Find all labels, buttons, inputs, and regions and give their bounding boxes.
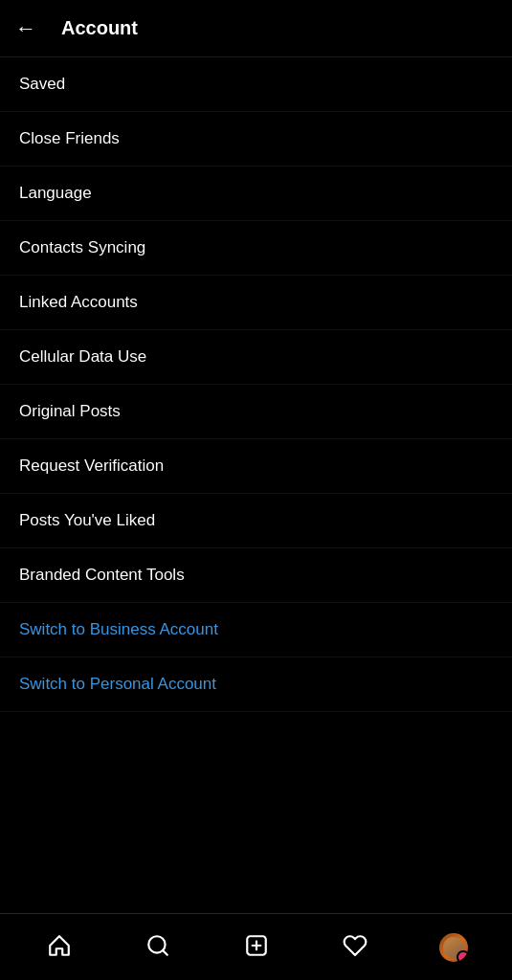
nav-search[interactable] [134, 924, 182, 971]
page-title: Account [61, 17, 138, 39]
menu-item-contacts-syncing[interactable]: Contacts Syncing [0, 221, 512, 276]
menu-item-label-switch-to-business: Switch to Business Account [19, 620, 218, 639]
menu-item-label-branded-content-tools: Branded Content Tools [19, 566, 185, 585]
avatar-face [443, 937, 464, 958]
menu-item-label-request-verification: Request Verification [19, 457, 164, 476]
nav-profile[interactable] [430, 924, 478, 971]
bottom-nav [0, 913, 512, 980]
menu-item-label-switch-to-personal: Switch to Personal Account [19, 675, 216, 694]
add-icon [244, 933, 269, 962]
menu-item-linked-accounts[interactable]: Linked Accounts [0, 276, 512, 330]
menu-item-original-posts[interactable]: Original Posts [0, 385, 512, 439]
svg-line-1 [163, 950, 167, 955]
profile-avatar [439, 933, 468, 962]
menu-item-label-linked-accounts: Linked Accounts [19, 293, 138, 312]
heart-icon [343, 933, 367, 962]
menu-item-switch-to-personal[interactable]: Switch to Personal Account [0, 657, 512, 712]
menu-item-label-posts-youve-liked: Posts You've Liked [19, 511, 155, 530]
back-button[interactable]: ← [15, 10, 54, 48]
menu-item-close-friends[interactable]: Close Friends [0, 112, 512, 167]
back-arrow-icon: ← [15, 18, 36, 39]
menu-item-label-close-friends: Close Friends [19, 129, 120, 148]
menu-item-language[interactable]: Language [0, 167, 512, 221]
menu-item-request-verification[interactable]: Request Verification [0, 439, 512, 494]
menu-item-label-original-posts: Original Posts [19, 402, 121, 421]
home-icon [47, 933, 72, 962]
menu-item-branded-content-tools[interactable]: Branded Content Tools [0, 548, 512, 603]
menu-item-saved[interactable]: Saved [0, 57, 512, 112]
menu-item-label-saved: Saved [19, 75, 65, 94]
menu-list: SavedClose FriendsLanguageContacts Synci… [0, 57, 512, 712]
nav-add[interactable] [233, 924, 280, 971]
menu-item-switch-to-business[interactable]: Switch to Business Account [0, 603, 512, 657]
nav-home[interactable] [35, 924, 83, 971]
menu-item-label-cellular-data-use: Cellular Data Use [19, 347, 146, 367]
header: ← Account [0, 0, 512, 57]
menu-item-label-contacts-syncing: Contacts Syncing [19, 238, 145, 257]
search-icon [145, 933, 170, 962]
menu-item-cellular-data-use[interactable]: Cellular Data Use [0, 330, 512, 385]
menu-item-label-language: Language [19, 184, 92, 203]
menu-item-posts-youve-liked[interactable]: Posts You've Liked [0, 494, 512, 548]
nav-heart[interactable] [331, 924, 379, 971]
